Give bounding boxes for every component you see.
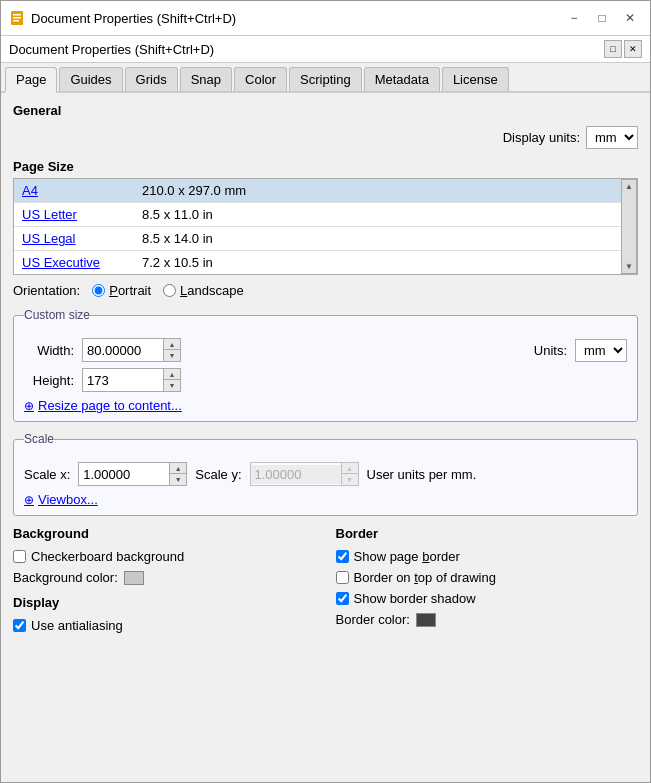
tab-scripting[interactable]: Scripting — [289, 67, 362, 91]
close-button[interactable]: ✕ — [618, 7, 642, 29]
tab-page[interactable]: Page — [5, 67, 57, 93]
bg-color-swatch[interactable] — [124, 571, 144, 585]
scale-row: Scale x: ▲ ▼ Scale y: ▲ ▼ User uni — [24, 462, 627, 486]
show-border-checkbox[interactable] — [336, 550, 349, 563]
title-bar-left: Document Properties (Shift+Ctrl+D) — [9, 10, 236, 26]
scale-units-label: User units per mm. — [367, 467, 477, 482]
background-col: Background Checkerboard background Backg… — [13, 526, 316, 639]
main-window: Document Properties (Shift+Ctrl+D) − □ ✕… — [0, 0, 651, 783]
border-col: Border Show page border Border on top of… — [336, 526, 639, 639]
units-select[interactable]: mm px cm in pt pc — [576, 340, 626, 361]
list-item[interactable]: US Legal 8.5 x 14.0 in — [14, 227, 621, 251]
scale-x-input[interactable] — [79, 465, 169, 484]
scale-x-label: Scale x: — [24, 467, 70, 482]
show-shadow-checkbox[interactable] — [336, 592, 349, 605]
scale-legend: Scale — [24, 432, 54, 446]
display-units-row: Display units: mm px cm in pt pc — [13, 126, 638, 149]
display-units-select-container: mm px cm in pt pc — [586, 126, 638, 149]
portrait-radio-label[interactable]: Portrait — [92, 283, 151, 298]
border-top-text: Border on top of drawing — [354, 570, 496, 585]
subtitle-icon-1[interactable]: □ — [604, 40, 622, 58]
height-input[interactable] — [83, 371, 163, 390]
page-size-dim: 8.5 x 11.0 in — [142, 207, 613, 222]
page-size-dim: 8.5 x 14.0 in — [142, 231, 613, 246]
bottom-section: Background Checkerboard background Backg… — [13, 526, 638, 639]
scale-x-spinner-btns: ▲ ▼ — [169, 463, 186, 485]
checkerboard-text: Checkerboard background — [31, 549, 184, 564]
page-size-dim: 7.2 x 10.5 in — [142, 255, 613, 270]
show-shadow-text: Show border shadow — [354, 591, 476, 606]
resize-row: ⊕ Resize page to content... — [24, 398, 627, 413]
border-color-swatch[interactable] — [416, 613, 436, 627]
tab-metadata[interactable]: Metadata — [364, 67, 440, 91]
page-size-name[interactable]: US Executive — [22, 255, 142, 270]
border-top-label[interactable]: Border on top of drawing — [336, 570, 496, 585]
height-label: Height: — [24, 373, 74, 388]
page-size-list: A4 210.0 x 297.0 mm US Letter 8.5 x 11.0… — [14, 179, 621, 274]
tab-license[interactable]: License — [442, 67, 509, 91]
border-top-checkbox[interactable] — [336, 571, 349, 584]
page-size-dim: 210.0 x 297.0 mm — [142, 183, 613, 198]
bg-color-label: Background color: — [13, 570, 118, 585]
general-section-title: General — [13, 103, 638, 118]
width-input[interactable] — [83, 341, 163, 360]
list-item[interactable]: US Letter 8.5 x 11.0 in — [14, 203, 621, 227]
height-row: Height: ▲ ▼ — [24, 368, 627, 392]
page-size-container: A4 210.0 x 297.0 mm US Letter 8.5 x 11.0… — [13, 178, 638, 275]
list-item[interactable]: A4 210.0 x 297.0 mm — [14, 179, 621, 203]
width-spinner: ▲ ▼ — [82, 338, 181, 362]
width-row: Width: ▲ ▼ Units: mm px cm in — [24, 338, 627, 362]
display-units-select[interactable]: mm px cm in pt pc — [587, 127, 637, 148]
portrait-radio[interactable] — [92, 284, 105, 297]
tab-color[interactable]: Color — [234, 67, 287, 91]
display-section: Display Use antialiasing — [13, 595, 316, 633]
page-size-name[interactable]: A4 — [22, 183, 142, 198]
page-size-label: Page Size — [13, 159, 638, 174]
show-border-label[interactable]: Show page border — [336, 549, 460, 564]
checkerboard-label[interactable]: Checkerboard background — [13, 549, 184, 564]
scroll-up-arrow[interactable]: ▲ — [623, 180, 635, 193]
page-size-name[interactable]: US Letter — [22, 207, 142, 222]
border-top-row: Border on top of drawing — [336, 570, 639, 585]
scale-y-label: Scale y: — [195, 467, 241, 482]
landscape-radio[interactable] — [163, 284, 176, 297]
subtitle-icon-2[interactable]: ✕ — [624, 40, 642, 58]
units-label: Units: — [534, 343, 567, 358]
antialiasing-text: Use antialiasing — [31, 618, 123, 633]
show-shadow-label[interactable]: Show border shadow — [336, 591, 476, 606]
border-title: Border — [336, 526, 639, 541]
minimize-button[interactable]: − — [562, 7, 586, 29]
antialiasing-label[interactable]: Use antialiasing — [13, 618, 123, 633]
custom-size-box: Custom size Width: ▲ ▼ Units: mm px c — [13, 308, 638, 422]
orientation-row: Orientation: Portrait Landscape — [13, 283, 638, 298]
display-units-label: Display units: — [503, 130, 580, 145]
tab-snap[interactable]: Snap — [180, 67, 232, 91]
svg-rect-1 — [13, 14, 21, 16]
tab-guides[interactable]: Guides — [59, 67, 122, 91]
list-item[interactable]: US Executive 7.2 x 10.5 in — [14, 251, 621, 274]
viewbox-link[interactable]: ⊕ Viewbox... — [24, 492, 627, 507]
maximize-button[interactable]: □ — [590, 7, 614, 29]
scroll-down-arrow[interactable]: ▼ — [623, 260, 635, 273]
page-size-name[interactable]: US Legal — [22, 231, 142, 246]
height-spin-up[interactable]: ▲ — [164, 369, 180, 380]
tab-grids[interactable]: Grids — [125, 67, 178, 91]
height-spin-down[interactable]: ▼ — [164, 380, 180, 391]
scroll-track — [622, 193, 636, 260]
scale-y-spin-up: ▲ — [342, 463, 358, 474]
resize-link[interactable]: ⊕ Resize page to content... — [24, 398, 627, 413]
width-spin-up[interactable]: ▲ — [164, 339, 180, 350]
viewbox-label: Viewbox... — [38, 492, 98, 507]
viewbox-row: ⊕ Viewbox... — [24, 492, 627, 507]
scale-x-spin-up[interactable]: ▲ — [170, 463, 186, 474]
antialiasing-checkbox[interactable] — [13, 619, 26, 632]
show-border-text: Show page border — [354, 549, 460, 564]
border-color-label: Border color: — [336, 612, 410, 627]
scale-x-spin-down[interactable]: ▼ — [170, 474, 186, 485]
checkerboard-checkbox[interactable] — [13, 550, 26, 563]
page-size-scrollbar[interactable]: ▲ ▼ — [621, 179, 637, 274]
scale-y-spinner: ▲ ▼ — [250, 462, 359, 486]
width-spin-down[interactable]: ▼ — [164, 350, 180, 361]
landscape-radio-label[interactable]: Landscape — [163, 283, 244, 298]
show-shadow-row: Show border shadow — [336, 591, 639, 606]
